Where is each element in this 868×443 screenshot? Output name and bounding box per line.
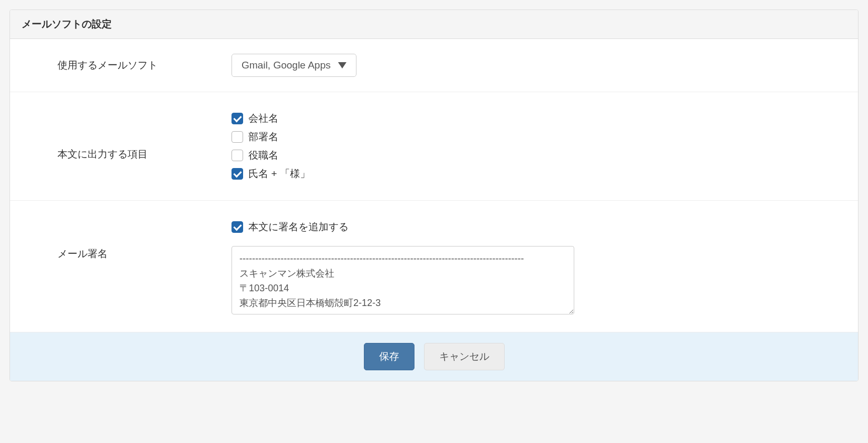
output-item-checkbox[interactable] [232,113,243,124]
output-item-row: 役職名 [232,149,845,162]
output-item-label: 氏名 + 「様」 [248,167,310,181]
signature-add-checkbox-label: 本文に署名を追加する [248,220,349,234]
mail-settings-panel: メールソフトの設定 使用するメールソフト Gmail, Google Apps … [9,9,859,381]
cancel-button[interactable]: キャンセル [424,343,505,370]
panel-header: メールソフトの設定 [10,10,858,39]
output-item-checkbox[interactable] [232,168,243,180]
panel-footer: 保存 キャンセル [10,332,858,381]
output-item-checkbox[interactable] [232,131,243,143]
content-mail-software: Gmail, Google Apps [232,54,858,77]
mail-software-select[interactable]: Gmail, Google Apps [232,54,356,77]
row-signature: メール署名 本文に署名を追加する [10,201,858,332]
save-button[interactable]: 保存 [364,343,414,370]
signature-add-checkbox[interactable] [232,221,243,233]
label-output-items: 本文に出力する項目 [10,107,232,161]
content-signature: 本文に署名を追加する [232,215,858,317]
output-item-label: 役職名 [248,149,278,162]
output-item-label: 会社名 [248,112,278,125]
output-item-label: 部署名 [248,130,278,144]
signature-add-check-row: 本文に署名を追加する [232,220,845,234]
content-output-items: 会社名部署名役職名氏名 + 「様」 [232,107,858,185]
label-mail-software: 使用するメールソフト [10,58,232,72]
chevron-down-icon [338,62,346,68]
output-item-row: 氏名 + 「様」 [232,167,845,181]
panel-title: メールソフトの設定 [22,18,112,29]
output-item-checkbox[interactable] [232,150,243,161]
row-mail-software: 使用するメールソフト Gmail, Google Apps [10,39,858,92]
output-item-row: 部署名 [232,130,845,144]
signature-textarea[interactable] [232,246,574,314]
mail-software-selected-value: Gmail, Google Apps [242,60,331,71]
output-item-row: 会社名 [232,112,845,125]
row-output-items: 本文に出力する項目 会社名部署名役職名氏名 + 「様」 [10,92,858,201]
label-signature: メール署名 [10,215,232,261]
